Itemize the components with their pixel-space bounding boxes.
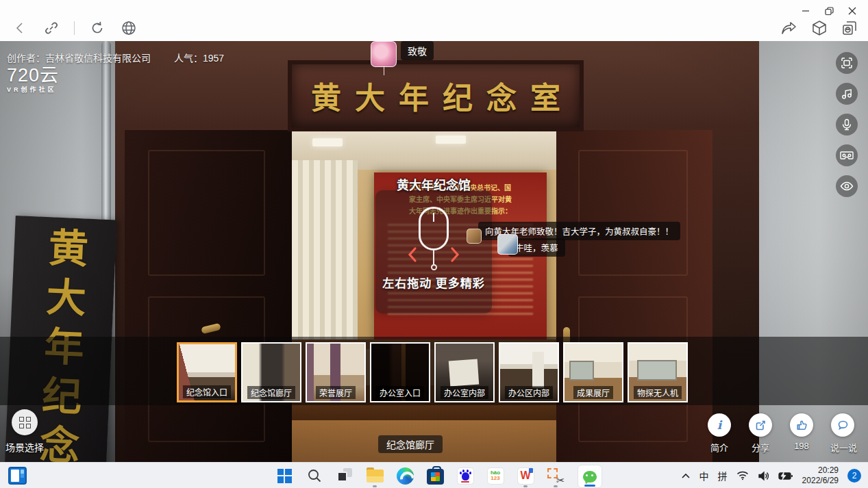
baidu-button[interactable] xyxy=(456,463,474,488)
thumbnail-label: 纪念馆廊厅 xyxy=(247,386,295,399)
commenter-avatar[interactable] xyxy=(371,41,397,67)
ime-language-indicator[interactable]: 中 xyxy=(699,469,709,483)
arrow-right-icon xyxy=(449,246,460,263)
clock-date: 2022/6/29 xyxy=(802,476,839,486)
comment-button[interactable]: 说一说 xyxy=(830,413,855,454)
thumbnail-office-interior[interactable]: 办公室内部 xyxy=(434,342,495,402)
toolbar-divider xyxy=(74,21,75,35)
right-door xyxy=(556,130,712,462)
wifi-icon[interactable] xyxy=(736,471,749,480)
action-label: 说一说 xyxy=(830,441,855,454)
share-toolbar xyxy=(780,19,858,37)
screenshot-tool-button[interactable]: ✂ xyxy=(547,463,565,488)
mouse-icon xyxy=(418,207,449,270)
thumbnail-drone[interactable]: 物探无人机 xyxy=(628,342,688,402)
windows-taskbar: hǎo 123 W ✂ 中 拼 xyxy=(0,462,868,488)
ceiling-light xyxy=(312,138,343,146)
ime-pinyin-indicator[interactable]: 拼 xyxy=(718,469,728,483)
globe-icon[interactable] xyxy=(120,19,138,37)
minimize-button[interactable] xyxy=(794,3,817,19)
taskbar-center: hǎo 123 W ✂ xyxy=(275,463,603,488)
info-icon[interactable]: i xyxy=(708,413,731,437)
action-label: 简介 xyxy=(707,441,732,454)
drag-tooltip xyxy=(375,190,492,313)
search-button[interactable] xyxy=(306,463,323,488)
commenter-avatar xyxy=(497,234,518,255)
refresh-icon[interactable] xyxy=(88,19,106,37)
cube-3d-icon[interactable] xyxy=(810,19,828,37)
720yun-logo[interactable]: 720云 VR创作社区 xyxy=(7,66,59,94)
edge-browser-button[interactable] xyxy=(396,463,414,488)
file-explorer-button[interactable] xyxy=(366,463,384,488)
notification-badge[interactable]: 2 xyxy=(847,469,861,483)
thumbnail-achievement-hall[interactable]: 成果展厅 xyxy=(563,342,623,402)
title-bar xyxy=(0,0,868,41)
microphone-button[interactable] xyxy=(836,114,858,136)
wps-office-button[interactable]: W xyxy=(517,463,534,488)
hao123-button[interactable]: hǎo 123 xyxy=(486,463,504,488)
thumbnail-label: 纪念馆入口 xyxy=(183,385,231,398)
share-icon[interactable] xyxy=(780,19,798,37)
thumbnail-label: 办公区内部 xyxy=(505,386,553,399)
share-box-icon[interactable] xyxy=(749,413,772,437)
taskbar-clock[interactable]: 20:29 2022/6/29 xyxy=(802,465,839,486)
panorama-viewer[interactable]: 2017年5月，中共中央总书记、国 家主席、中央军委主席习近平对黄 大年同志先进… xyxy=(0,41,868,462)
view-mode-eye-button[interactable] xyxy=(836,175,858,197)
speech-bubble-icon[interactable] xyxy=(831,413,854,437)
action-buttons: i 简介 分享 198 xyxy=(707,413,855,454)
share-button[interactable]: 分享 xyxy=(748,413,773,454)
volume-icon[interactable] xyxy=(758,471,769,481)
intro-button[interactable]: i 简介 xyxy=(707,413,732,454)
scene-thumbnails: 纪念馆入口 纪念馆廊厅 荣誉展厅 办公室入口 办公室内部 办公区内部 成果展厅 … xyxy=(177,342,688,402)
logo-subtitle: VR创作社区 xyxy=(7,85,59,94)
scene-select-label: 场景选择 xyxy=(5,440,44,454)
scene-hotspot-corridor[interactable]: 纪念馆廊厅 xyxy=(378,435,443,453)
fullscreen-button[interactable] xyxy=(836,52,858,74)
scene-select-button[interactable]: 场景选择 xyxy=(5,409,44,454)
microsoft-store-button[interactable] xyxy=(426,463,444,488)
wechat-button[interactable] xyxy=(577,463,603,488)
thumbnail-office-area[interactable]: 办公区内部 xyxy=(499,342,559,402)
vr-mode-button[interactable] xyxy=(836,144,858,166)
pinned-comment: 致敬 xyxy=(371,41,434,67)
back-icon[interactable] xyxy=(11,19,29,37)
memorial-plaque: 黄大年纪念室 xyxy=(288,60,584,131)
commenter-avatar xyxy=(467,229,482,244)
hao123-text: 123 xyxy=(491,476,499,481)
creator-label: 创作者：吉林省敬信科技有限公司 xyxy=(7,51,151,64)
thumbnail-label: 成果展厅 xyxy=(573,386,613,399)
thumbnail-label: 物探无人机 xyxy=(634,386,682,399)
close-button[interactable] xyxy=(841,3,864,19)
widgets-icon[interactable] xyxy=(8,467,27,485)
like-button[interactable]: 198 xyxy=(789,413,814,454)
thumbnail-honor-hall[interactable]: 荣誉展厅 xyxy=(306,342,366,402)
popularity-label: 人气：1957 xyxy=(174,51,224,64)
feedback-icon[interactable] xyxy=(841,19,858,37)
taskbar-tray: 中 拼 20:29 2022/6/29 xyxy=(681,463,861,488)
link-icon[interactable] xyxy=(42,19,60,37)
restore-button[interactable] xyxy=(817,3,841,19)
viewer-side-buttons xyxy=(836,52,858,197)
vr-tour-window: 2017年5月，中共中央总书记、国 家主席、中央军委主席习近平对黄 大年同志先进… xyxy=(0,0,868,488)
hidden-icons-chevron[interactable] xyxy=(681,472,691,479)
clock-time: 20:29 xyxy=(802,465,839,476)
interior-curtain xyxy=(292,160,358,345)
thumbnail-label: 荣誉展厅 xyxy=(316,386,356,399)
logo-title: 720云 xyxy=(7,66,59,85)
plaque-text: 黄大年纪念室 xyxy=(297,74,574,118)
hotspot-title: 黄大年纪念馆 xyxy=(397,175,471,193)
thumbnail-memorial-corridor[interactable]: 纪念馆廊厅 xyxy=(241,342,301,402)
thumbnail-memorial-entrance[interactable]: 纪念馆入口 xyxy=(177,342,237,402)
thumbs-up-icon[interactable] xyxy=(790,413,813,437)
background-music-button[interactable] xyxy=(836,83,858,105)
battery-icon[interactable] xyxy=(778,472,793,480)
thumbnail-label: 办公室入口 xyxy=(376,386,424,399)
start-button[interactable] xyxy=(275,463,293,488)
grid-icon[interactable] xyxy=(12,409,38,435)
drag-hint-text: 左右拖动 更多精彩 xyxy=(382,274,485,291)
action-label: 分享 xyxy=(748,441,773,454)
like-count: 198 xyxy=(789,441,814,451)
thumbnail-office-entrance[interactable]: 办公室入口 xyxy=(370,342,430,402)
ceiling-light xyxy=(436,136,466,144)
task-view-button[interactable] xyxy=(336,463,354,488)
